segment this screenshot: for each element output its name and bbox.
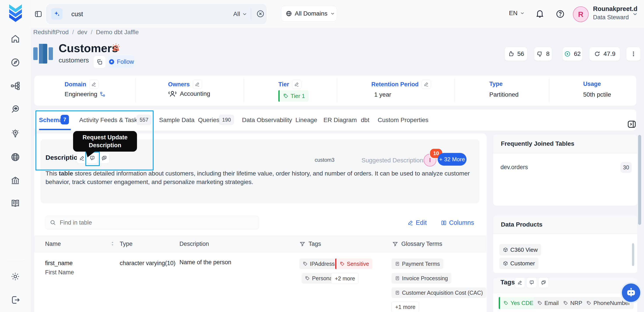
user-avatar[interactable]: R: [573, 6, 589, 22]
tag-pill-sensitive[interactable]: Sensitive: [335, 258, 372, 269]
governance-bank-icon[interactable]: [10, 176, 20, 186]
tag-label: IPAddress: [310, 261, 334, 267]
glossary-pill[interactable]: Invoice Processing: [392, 273, 452, 283]
data-products-title: Data Products: [493, 215, 638, 234]
more-suggestions-button[interactable]: + 32 More: [438, 153, 466, 166]
tag-pill[interactable]: IPAddress: [299, 258, 338, 269]
description-text-prefix: This: [46, 170, 59, 177]
tag-pill-yes-cde[interactable]: Yes CDE: [499, 297, 537, 309]
all-domains-button[interactable]: All Domains: [281, 6, 337, 22]
col-header-description[interactable]: Description: [180, 241, 209, 247]
search-icon: [50, 219, 56, 226]
find-in-table[interactable]: [45, 216, 259, 230]
redshift-source-icon: [33, 43, 54, 64]
package-icon: [503, 261, 508, 266]
tag-label: Email: [544, 300, 559, 306]
glossary-book-icon[interactable]: [10, 198, 20, 208]
breadcrumb-item-database[interactable]: Demo dbt Jaffle: [96, 29, 139, 36]
more-actions-button[interactable]: [626, 47, 641, 61]
data-product-pill[interactable]: Customer: [499, 258, 538, 269]
tags-chat-button[interactable]: [538, 277, 549, 288]
sort-icon[interactable]: [110, 241, 116, 247]
tag-pill[interactable]: NRP: [560, 297, 586, 309]
owners-value-row[interactable]: Accounting: [168, 89, 210, 98]
tier-edit-icon[interactable]: [292, 80, 301, 89]
owners-edit-icon[interactable]: [193, 80, 202, 89]
tab-data-observability[interactable]: Data Observability: [242, 117, 292, 124]
tab-sample-data[interactable]: Sample Data: [159, 117, 194, 124]
columns-icon: [441, 220, 447, 226]
lineage-flow-icon[interactable]: [10, 81, 20, 91]
tags-filter-funnel-icon[interactable]: [299, 241, 306, 247]
glossary-pill[interactable]: Payment Terms: [392, 258, 443, 269]
discover-compass-icon[interactable]: [10, 57, 20, 68]
search-scope-dropdown[interactable]: All: [233, 11, 248, 18]
chevron-down-icon: [520, 11, 525, 16]
col-header-name[interactable]: Name: [45, 241, 61, 247]
columns-label: Columns: [449, 219, 474, 226]
glossary-more-pill[interactable]: +1 more: [392, 301, 419, 312]
settings-gear-icon[interactable]: [10, 271, 20, 281]
announcement-alarm-icon[interactable]: [111, 43, 121, 53]
glossary-pill[interactable]: Customer Acquisition Cost (CAC): [392, 287, 486, 298]
edit-columns-button[interactable]: Edit: [408, 219, 427, 226]
home-icon[interactable]: [10, 34, 20, 44]
tags-edit-button[interactable]: [515, 277, 525, 288]
logout-icon[interactable]: [10, 295, 20, 305]
breadcrumb-item-connection[interactable]: RedshiftProd: [33, 29, 69, 36]
likes-count: 56: [517, 50, 524, 57]
owners-value: Accounting: [180, 90, 210, 97]
panel-scrollbar[interactable]: [632, 243, 634, 266]
insights-bulb-icon[interactable]: [10, 128, 20, 138]
search-input[interactable]: cust: [71, 11, 83, 18]
tab-dbt[interactable]: dbt: [361, 117, 370, 124]
data-product-pill[interactable]: C360 View: [499, 244, 541, 255]
tab-lineage[interactable]: Lineage: [296, 117, 317, 124]
tab-queries[interactable]: Queries: [198, 117, 220, 124]
tags-request-update-button[interactable]: [526, 277, 537, 288]
rail-divider: [6, 261, 24, 261]
notifications-bell-icon[interactable]: [535, 9, 545, 19]
tag-pill[interactable]: Email: [534, 297, 562, 309]
tier-label: Tier: [278, 81, 289, 88]
tab-custom-properties[interactable]: Custom Properties: [378, 117, 428, 124]
glossary-filter-funnel-icon[interactable]: [392, 241, 398, 247]
freshness-button[interactable]: 47.9: [589, 47, 620, 61]
domain-edit-icon[interactable]: [89, 80, 98, 89]
retention-edit-icon[interactable]: [422, 80, 431, 89]
type-value: Partitioned: [489, 91, 518, 98]
page-scrollbar[interactable]: [638, 135, 641, 225]
columns-button[interactable]: Columns: [441, 219, 474, 226]
language-selector[interactable]: EN: [509, 10, 525, 17]
web-globe-icon[interactable]: [10, 152, 20, 162]
breadcrumb-separator: /: [72, 29, 74, 36]
joined-table-name[interactable]: dev.orders: [500, 164, 528, 171]
glossary-label: Payment Terms: [402, 261, 440, 267]
user-menu-chevron-icon[interactable]: [632, 11, 638, 17]
right-panel-toggle-icon[interactable]: [627, 119, 637, 129]
dislikes-button[interactable]: 8: [534, 47, 552, 61]
row-column-name[interactable]: first_name: [45, 260, 73, 267]
tags-card-title: Tags: [500, 279, 515, 286]
tab-er-diagram[interactable]: ER Diagram: [324, 117, 357, 124]
observe-search-eye-icon[interactable]: [10, 104, 20, 114]
tag-icon: [283, 93, 288, 99]
tag-icon: [563, 300, 568, 305]
search-clear-icon[interactable]: [256, 10, 265, 18]
find-in-table-input[interactable]: [59, 219, 248, 226]
likes-button[interactable]: 56: [504, 47, 527, 61]
tags-more-pill[interactable]: +2 more: [331, 273, 359, 284]
tier-value-badge[interactable]: Tier 1: [278, 90, 308, 102]
breadcrumb-item-schema[interactable]: dev: [78, 29, 87, 36]
help-icon[interactable]: [556, 9, 565, 19]
domain-value-row[interactable]: Engineering: [64, 91, 106, 98]
score-button[interactable]: 62: [562, 47, 582, 61]
sidebar-toggle-icon[interactable]: [34, 10, 42, 18]
chat-assistant-button[interactable]: [620, 282, 642, 303]
col-header-tags[interactable]: Tags: [308, 241, 321, 247]
atlan-logo[interactable]: [8, 5, 23, 22]
follow-button[interactable]: Follow: [108, 56, 134, 68]
col-header-glossary[interactable]: Glossary Terms: [401, 241, 442, 247]
col-header-type[interactable]: Type: [120, 241, 132, 247]
copy-name-button[interactable]: [93, 56, 106, 68]
